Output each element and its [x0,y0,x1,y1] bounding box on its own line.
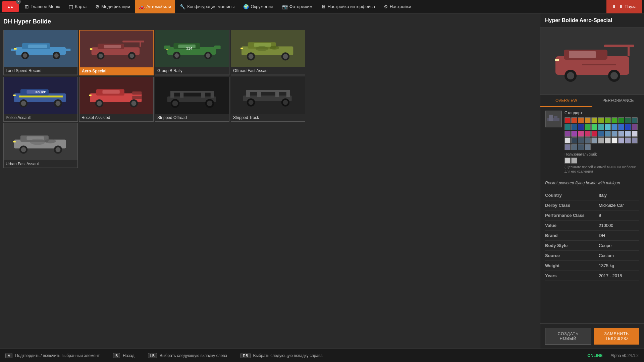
std-color-swatch[interactable] [605,124,611,130]
std-color-swatch[interactable] [571,124,577,130]
nav-main-menu[interactable]: ⊞ Главное Меню [21,0,64,13]
std-color-swatch[interactable] [565,131,571,137]
std-color-swatch[interactable] [565,124,571,130]
stat-value: 210000 [599,223,613,228]
nav-environment[interactable]: 🌍 Окружение [239,0,277,13]
svg-rect-101 [582,64,616,65]
std-color-swatch[interactable] [571,131,577,137]
std-color-swatch[interactable] [585,131,591,137]
std-color-swatch[interactable] [598,124,604,130]
std-color-swatch[interactable] [618,117,624,123]
std-color-swatch[interactable] [585,124,591,130]
std-color-swatch[interactable] [632,131,638,137]
std-color-swatch[interactable] [611,131,618,137]
std-color-swatch[interactable] [591,137,597,143]
std-color-swatch[interactable] [565,137,571,143]
mods-icon: ⚙ [95,4,100,9]
std-color-swatch[interactable] [571,144,577,150]
car-grid: Land Speed Record [3,30,305,168]
std-color-swatch[interactable] [585,117,591,123]
nav-cars[interactable]: 🚗 Автомобили [135,0,175,13]
std-color-swatch[interactable] [632,124,638,130]
replace-current-button[interactable]: ЗАМЕНИТЬ ТЕКУЩУЮ [594,328,640,345]
svg-rect-65 [180,91,183,98]
standard-colors-label: Стандарт: [565,111,639,115]
car-detail-panel: Hyper Bolide Aero-Special [540,13,644,349]
svg-rect-99 [569,51,596,58]
car-card-stripped-track[interactable]: Stripped Track [231,77,305,122]
std-color-swatch[interactable] [598,131,604,137]
avatar-svg [546,111,561,127]
nav-map[interactable]: ◫ Карта [65,0,91,13]
std-color-swatch[interactable] [611,137,618,143]
stat-row: Derby ClassMid-Size Car [545,200,639,210]
car-card-stripped-offroad[interactable]: Stripped Offroad [155,77,229,122]
ui-icon: 🖥 [321,4,326,9]
std-color-swatch[interactable] [565,117,571,123]
std-color-swatch[interactable] [625,131,631,137]
nav-settings[interactable]: ⚙ Настройки [380,0,415,13]
bottom-right-info: ONLINE Alpha v0.24.1.2 [587,353,639,358]
stat-key: Weight [545,263,599,268]
std-color-swatch[interactable] [578,131,584,137]
std-color-swatch[interactable] [605,117,611,123]
custom-swatch-2[interactable] [571,158,577,164]
std-color-swatch[interactable] [625,124,631,130]
car-card-offroad-fast[interactable]: Offroad Fast Assault [231,30,305,75]
svg-rect-58 [132,96,142,99]
std-color-swatch[interactable] [591,124,597,130]
std-color-swatch[interactable] [585,137,591,143]
std-color-swatch[interactable] [632,117,638,123]
close-button[interactable]: ✕ [16,0,21,4]
std-color-swatch[interactable] [578,144,584,150]
std-color-swatch[interactable] [571,137,577,143]
nav-photo[interactable]: 📷 Фоторежим [278,0,317,13]
std-color-swatch[interactable] [618,137,624,143]
create-new-button[interactable]: СОЗДАТЬ НОВЫЙ [545,328,591,345]
pause-button[interactable]: ⏸ ⏸ Пауза [606,0,642,13]
custom-color-hint: (Щелкните правой кнопкой мыши на шаблоне… [565,165,639,174]
std-color-swatch[interactable] [585,144,591,150]
std-color-swatch[interactable] [591,117,597,123]
car-label-stripped-offroad: Stripped Offroad [155,114,229,121]
svg-rect-64 [170,91,214,93]
car-card-urban-fast[interactable]: Urban Fast Assault [3,123,78,168]
car-card-rocket[interactable]: Rocket Assisted [79,77,154,122]
std-color-swatch[interactable] [598,137,604,143]
car-thumb-img: 314 [161,35,224,62]
car-icon: 🚗 [139,4,145,9]
std-color-swatch[interactable] [618,124,624,130]
car-card-police[interactable]: POLICE Police Assault [3,77,78,122]
std-color-swatch[interactable] [578,137,584,143]
nav-mods[interactable]: ⚙ Модификации [91,0,134,13]
std-color-swatch[interactable] [611,124,618,130]
std-color-swatch[interactable] [611,117,618,123]
svg-rect-50 [13,95,15,96]
std-color-swatch[interactable] [598,117,604,123]
std-color-swatch[interactable] [578,124,584,130]
std-color-swatch[interactable] [578,117,584,123]
std-color-swatch[interactable] [565,144,571,150]
tab-overview[interactable]: OVERVIEW [540,95,592,107]
std-color-swatch[interactable] [605,131,611,137]
custom-swatch-1[interactable] [565,158,571,164]
stat-row: Body StyleCoupe [545,241,639,251]
car-card-aero-special[interactable]: Aero-Special [79,30,154,75]
stat-key: Brand [545,233,599,238]
svg-rect-94 [628,45,630,56]
nav-ui-settings[interactable]: 🖥 Настройка интерфейса [317,0,379,13]
stat-row: BrandDH [545,231,639,241]
std-color-swatch[interactable] [605,137,611,143]
std-color-swatch[interactable] [625,137,631,143]
car-card-land-speed[interactable]: Land Speed Record [3,30,78,75]
car-card-group-b[interactable]: 314 Group B Rally [155,30,229,75]
std-color-swatch[interactable] [571,117,577,123]
std-color-swatch[interactable] [625,117,631,123]
nav-car-config[interactable]: 🔧 Конфигурация машины [176,0,238,13]
hint-next-tab: RB Выбрать следующую вкладку справа [240,353,323,358]
std-color-swatch[interactable] [591,131,597,137]
std-color-swatch[interactable] [632,137,638,143]
std-color-swatch[interactable] [618,131,624,137]
tab-performance[interactable]: PERFORMANCE [592,95,644,107]
svg-rect-48 [19,96,63,98]
